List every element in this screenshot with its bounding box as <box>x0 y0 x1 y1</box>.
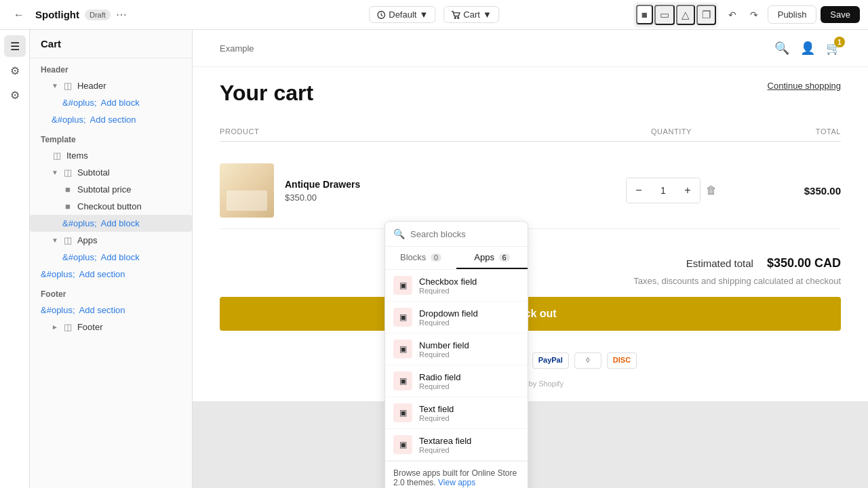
cart-content: Your cart Continue shopping PRODUCT QUAN… <box>193 67 868 243</box>
template-add-section-button[interactable]: &#oplus; Add section <box>30 266 192 283</box>
sidebar-section-header-label: Header <box>30 58 192 77</box>
checkbox-field-info: Checkbox field Required <box>419 277 477 295</box>
blocks-tab[interactable]: Blocks 0 <box>385 247 456 269</box>
header-add-section-button[interactable]: &#oplus; Add section <box>30 111 192 128</box>
cart-item: Antique Drawers $350.00 − 1 + 🗑 <box>220 152 841 229</box>
quantity-decrease-button[interactable]: − <box>627 178 651 203</box>
textarea-field-info: Textarea field Required <box>419 436 471 454</box>
product-details: Antique Drawers $350.00 <box>285 179 360 203</box>
footer-add-section-button[interactable]: &#oplus; Add section <box>30 302 192 319</box>
pages-icon-button[interactable]: ☰ <box>4 35 26 57</box>
mobile-device-button[interactable]: △ <box>676 5 695 25</box>
quantity-increase-button[interactable]: + <box>675 178 700 203</box>
chevron-down-icon: ▼ <box>52 169 58 176</box>
save-button[interactable]: Save <box>821 6 860 23</box>
store-example-label: Example <box>220 43 254 54</box>
checkbox-field-sub: Required <box>419 287 477 295</box>
apps-tab-label: Apps <box>474 252 494 262</box>
quantity-control: − 1 + <box>626 178 701 203</box>
canvas-inner: Example 🔍 👤 🛒 1 Your cart Continue <box>193 30 868 401</box>
main-layout: ☰ ⚙ ⚙ Cart Header ▼ ◫ Header &#oplus; Ad… <box>0 30 868 488</box>
cart-heading: Your cart <box>220 81 313 106</box>
cart-table-header: PRODUCT QUANTITY TOTAL <box>220 122 841 142</box>
view-apps-link[interactable]: View apps <box>438 478 475 487</box>
chevron-down-icon: ▼ <box>52 237 58 244</box>
quantity-control-wrapper: − 1 + 🗑 <box>604 178 739 203</box>
sidebar: Cart Header ▼ ◫ Header &#oplus; Add bloc… <box>30 30 193 488</box>
text-field-sub: Required <box>419 414 454 422</box>
apps-add-block-button[interactable]: &#oplus; Add block <box>30 249 192 266</box>
delete-item-button[interactable]: 🗑 <box>706 184 717 197</box>
subtotal-add-block-button[interactable]: &#oplus; Add block <box>30 215 192 232</box>
sidebar-item-items[interactable]: ◫ Items <box>30 147 192 164</box>
sidebar-item-header[interactable]: ▼ ◫ Header <box>30 77 192 94</box>
search-blocks-input[interactable] <box>410 229 524 239</box>
cart-dropdown[interactable]: Cart ▼ <box>443 6 498 23</box>
list-item[interactable]: ▣ Checkbox field Required <box>385 270 528 302</box>
apps-tab[interactable]: Apps 6 <box>456 247 528 269</box>
list-item[interactable]: ▣ Number field Required <box>385 333 528 365</box>
default-dropdown[interactable]: Default ▼ <box>369 6 435 23</box>
discover-icon: DISC <box>607 352 637 369</box>
list-item[interactable]: ▣ Dropdown field Required <box>385 302 528 333</box>
diners-icon: ◊ <box>574 352 601 369</box>
popup-search-bar: 🔍 <box>385 222 528 247</box>
cart-count-badge: 1 <box>834 37 845 47</box>
radio-field-label: Radio field <box>419 372 460 382</box>
topbar: ← Spotlight Draft ⋯ Default ▼ Cart ▼ ■ ▭… <box>0 0 868 30</box>
sidebar-item-subtotal[interactable]: ▼ ◫ Subtotal <box>30 164 192 181</box>
back-button[interactable]: ← <box>8 4 30 26</box>
add-section-label: Add section <box>79 269 125 279</box>
redo-button[interactable]: ↷ <box>745 7 764 23</box>
add-block-label: Add block <box>101 252 140 262</box>
sidebar-section-template-label: Template <box>30 128 192 147</box>
svg-point-2 <box>458 17 459 18</box>
icon-bar: ☰ ⚙ ⚙ <box>0 30 30 488</box>
dropdown-field-icon: ▣ <box>393 308 412 327</box>
fullscreen-button[interactable]: ❐ <box>696 5 716 25</box>
list-item[interactable]: ▣ Textarea field Required <box>385 429 528 461</box>
estimated-amount: $350.00 CAD <box>767 256 841 270</box>
device-icons: ■ ▭ △ ❐ <box>633 2 719 28</box>
sidebar-item-subtotal-price[interactable]: ■ Subtotal price <box>30 181 192 198</box>
sidebar-item-apps[interactable]: ▼ ◫ Apps <box>30 232 192 249</box>
subtotal-icon: ◫ <box>62 167 73 178</box>
text-field-label: Text field <box>419 404 454 414</box>
tablet-device-button[interactable]: ▭ <box>654 5 675 25</box>
add-section-label: Add section <box>79 305 125 315</box>
blocks-tab-count: 0 <box>431 253 441 262</box>
radio-field-info: Radio field Required <box>419 372 460 390</box>
undo-button[interactable]: ↶ <box>723 7 742 23</box>
search-blocks-popup: 🔍 Blocks 0 Apps 6 ▣ <box>384 221 528 488</box>
topbar-center: Default ▼ Cart ▼ <box>369 6 499 23</box>
publish-button[interactable]: Publish <box>768 5 817 24</box>
dropdown-field-sub: Required <box>419 319 478 327</box>
list-item[interactable]: ▣ Text field Required <box>385 397 528 429</box>
sidebar-item-checkout-button[interactable]: ■ Checkout button <box>30 198 192 215</box>
product-info: Antique Drawers $350.00 <box>220 163 604 218</box>
account-icon[interactable]: 👤 <box>800 41 815 56</box>
estimated-label: Estimated total <box>686 258 753 269</box>
apps-icon-button[interactable]: ⚙ <box>4 84 26 106</box>
header-add-block-button[interactable]: &#oplus; Add block <box>30 94 192 111</box>
dropdown-field-info: Dropdown field Required <box>419 308 478 327</box>
powered-by: Powered by Shopify <box>220 380 841 388</box>
plus-circle-icon: &#oplus; <box>62 218 97 228</box>
undo-redo: ↶ ↷ <box>723 7 764 23</box>
paypal-icon: PayPal <box>532 352 569 369</box>
apps-tab-count: 6 <box>499 253 510 262</box>
more-options-icon[interactable]: ⋯ <box>116 8 127 21</box>
quantity-column-header: QUANTITY <box>604 127 739 136</box>
product-column-header: PRODUCT <box>220 127 604 136</box>
draft-badge: Draft <box>85 9 111 20</box>
settings-icon-button[interactable]: ⚙ <box>4 60 26 81</box>
list-item[interactable]: ▣ Radio field Required <box>385 365 528 397</box>
plus-icon: &#oplus; <box>62 98 97 108</box>
continue-shopping-link[interactable]: Continue shopping <box>768 81 841 91</box>
checkout-button[interactable]: Check out <box>220 297 841 331</box>
search-icon[interactable]: 🔍 <box>774 41 789 56</box>
sidebar-section-footer-label: Footer <box>30 283 192 302</box>
number-field-sub: Required <box>419 350 469 359</box>
desktop-device-button[interactable]: ■ <box>636 5 653 24</box>
sidebar-item-footer[interactable]: ► ◫ Footer <box>30 319 192 336</box>
